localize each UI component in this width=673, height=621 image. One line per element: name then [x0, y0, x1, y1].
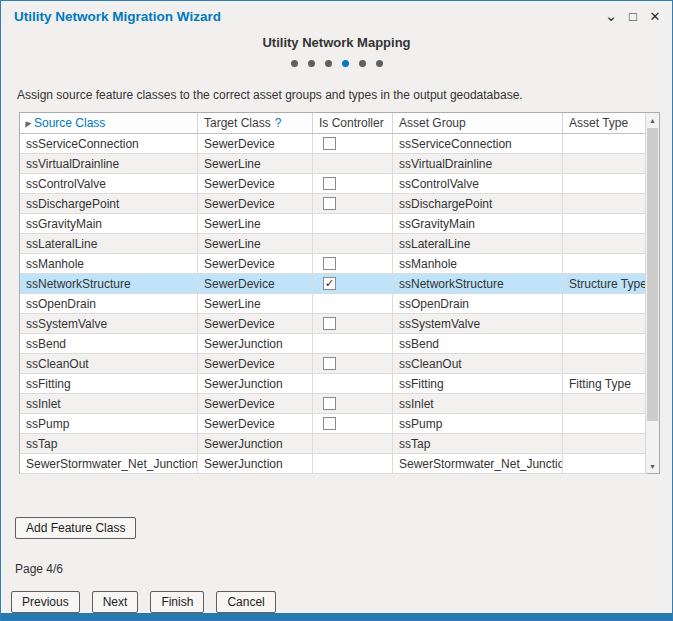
cell-asset-group[interactable]: ssCleanOut — [393, 354, 563, 373]
cell-is-controller[interactable] — [313, 254, 393, 273]
is-controller-checkbox[interactable] — [323, 397, 336, 410]
table-row[interactable]: ssServiceConnectionSewerDevicessServiceC… — [20, 134, 647, 154]
cell-source-class[interactable]: ssTap — [20, 434, 198, 453]
previous-button[interactable]: Previous — [11, 591, 80, 613]
cell-source-class[interactable]: ssBend — [20, 334, 198, 353]
table-row[interactable]: ssTapSewerJunctionssTap — [20, 434, 647, 454]
cell-target-class[interactable]: SewerDevice — [198, 174, 313, 193]
cell-is-controller[interactable] — [313, 294, 393, 313]
cell-is-controller[interactable] — [313, 354, 393, 373]
cell-target-class[interactable]: SewerLine — [198, 234, 313, 253]
cell-source-class[interactable]: ssManhole — [20, 254, 198, 273]
target-class-help-icon[interactable]: ? — [275, 116, 282, 130]
cell-is-controller[interactable] — [313, 454, 393, 473]
cell-asset-type[interactable] — [563, 434, 647, 453]
cell-asset-group[interactable]: ssVirtualDrainline — [393, 154, 563, 173]
cell-asset-type[interactable] — [563, 194, 647, 213]
cell-asset-type[interactable]: Fitting Type — [563, 374, 647, 393]
cell-target-class[interactable]: SewerDevice — [198, 134, 313, 153]
cell-asset-type[interactable] — [563, 174, 647, 193]
cell-target-class[interactable]: SewerDevice — [198, 194, 313, 213]
cell-asset-type[interactable] — [563, 454, 647, 473]
maximize-icon[interactable]: □ — [622, 4, 644, 28]
cell-source-class[interactable]: ssCleanOut — [20, 354, 198, 373]
next-button[interactable]: Next — [92, 591, 139, 613]
cell-asset-group[interactable]: SewerStormwater_Net_Junctions — [393, 454, 563, 473]
is-controller-checkbox[interactable] — [323, 257, 336, 270]
cell-source-class[interactable]: ssGravityMain — [20, 214, 198, 233]
cell-is-controller[interactable] — [313, 394, 393, 413]
cell-is-controller[interactable] — [313, 134, 393, 153]
cell-asset-type[interactable] — [563, 354, 647, 373]
cell-source-class[interactable]: ssVirtualDrainline — [20, 154, 198, 173]
cell-asset-group[interactable]: ssInlet — [393, 394, 563, 413]
cell-asset-group[interactable]: ssServiceConnection — [393, 134, 563, 153]
cell-asset-type[interactable] — [563, 134, 647, 153]
finish-button[interactable]: Finish — [150, 591, 204, 613]
is-controller-checkbox[interactable] — [323, 197, 336, 210]
cell-target-class[interactable]: SewerDevice — [198, 274, 313, 293]
cell-is-controller[interactable] — [313, 234, 393, 253]
cell-is-controller[interactable] — [313, 214, 393, 233]
table-row[interactable]: ssPumpSewerDevicessPump — [20, 414, 647, 434]
table-row[interactable]: ssControlValveSewerDevicessControlValve — [20, 174, 647, 194]
table-row[interactable]: ssDischargePointSewerDevicessDischargePo… — [20, 194, 647, 214]
table-row[interactable]: ssCleanOutSewerDevicessCleanOut — [20, 354, 647, 374]
cell-source-class[interactable]: ssInlet — [20, 394, 198, 413]
table-row[interactable]: SewerStormwater_Net_JunctionsSewerJuncti… — [20, 454, 647, 474]
cell-target-class[interactable]: SewerLine — [198, 154, 313, 173]
cell-asset-group[interactable]: ssTap — [393, 434, 563, 453]
cell-asset-group[interactable]: ssBend — [393, 334, 563, 353]
add-feature-class-button[interactable]: Add Feature Class — [15, 517, 136, 539]
is-controller-checkbox[interactable]: ✓ — [323, 277, 336, 290]
cell-is-controller[interactable] — [313, 154, 393, 173]
cell-target-class[interactable]: SewerJunction — [198, 434, 313, 453]
cell-target-class[interactable]: SewerLine — [198, 214, 313, 233]
cell-asset-type[interactable] — [563, 214, 647, 233]
cell-is-controller[interactable] — [313, 174, 393, 193]
cell-asset-group[interactable]: ssGravityMain — [393, 214, 563, 233]
cell-is-controller[interactable] — [313, 414, 393, 433]
cell-asset-group[interactable]: ssDischargePoint — [393, 194, 563, 213]
cell-asset-group[interactable]: ssFitting — [393, 374, 563, 393]
cell-target-class[interactable]: SewerJunction — [198, 454, 313, 473]
column-header-asset-type[interactable]: Asset Type — [563, 113, 647, 133]
is-controller-checkbox[interactable] — [323, 357, 336, 370]
table-row[interactable]: ssSystemValveSewerDevicessSystemValve — [20, 314, 647, 334]
cell-asset-type[interactable] — [563, 314, 647, 333]
cell-asset-type[interactable]: Structure Type — [563, 274, 647, 293]
cell-target-class[interactable]: SewerDevice — [198, 314, 313, 333]
cell-target-class[interactable]: SewerDevice — [198, 394, 313, 413]
cell-asset-group[interactable]: ssControlValve — [393, 174, 563, 193]
cell-target-class[interactable]: SewerDevice — [198, 354, 313, 373]
cell-is-controller[interactable] — [313, 194, 393, 213]
cell-asset-type[interactable] — [563, 254, 647, 273]
is-controller-checkbox[interactable] — [323, 317, 336, 330]
scrollbar-thumb[interactable] — [647, 128, 658, 421]
cell-target-class[interactable]: SewerLine — [198, 294, 313, 313]
cell-source-class[interactable]: SewerStormwater_Net_Junctions — [20, 454, 198, 473]
cell-target-class[interactable]: SewerDevice — [198, 414, 313, 433]
close-icon[interactable]: ✕ — [644, 4, 666, 28]
cell-asset-type[interactable] — [563, 394, 647, 413]
column-header-asset-group[interactable]: Asset Group — [393, 113, 563, 133]
cell-asset-type[interactable] — [563, 334, 647, 353]
cell-asset-group[interactable]: ssSystemValve — [393, 314, 563, 333]
cell-is-controller[interactable] — [313, 334, 393, 353]
cell-asset-type[interactable] — [563, 154, 647, 173]
cell-target-class[interactable]: SewerJunction — [198, 334, 313, 353]
cell-asset-group[interactable]: ssLateralLine — [393, 234, 563, 253]
cell-asset-group[interactable]: ssOpenDrain — [393, 294, 563, 313]
is-controller-checkbox[interactable] — [323, 177, 336, 190]
cell-asset-type[interactable] — [563, 414, 647, 433]
table-row[interactable]: ssBendSewerJunctionssBend — [20, 334, 647, 354]
cell-source-class[interactable]: ssServiceConnection — [20, 134, 198, 153]
table-row[interactable]: ssLateralLineSewerLinessLateralLine — [20, 234, 647, 254]
column-header-source-class[interactable]: Source Class — [20, 113, 198, 133]
cell-target-class[interactable]: SewerJunction — [198, 374, 313, 393]
column-header-is-controller[interactable]: Is Controller — [313, 113, 393, 133]
cell-is-controller[interactable]: ✓ — [313, 274, 393, 293]
is-controller-checkbox[interactable] — [323, 137, 336, 150]
vertical-scrollbar[interactable]: ▲ ▼ — [645, 113, 659, 473]
cell-asset-type[interactable] — [563, 294, 647, 313]
